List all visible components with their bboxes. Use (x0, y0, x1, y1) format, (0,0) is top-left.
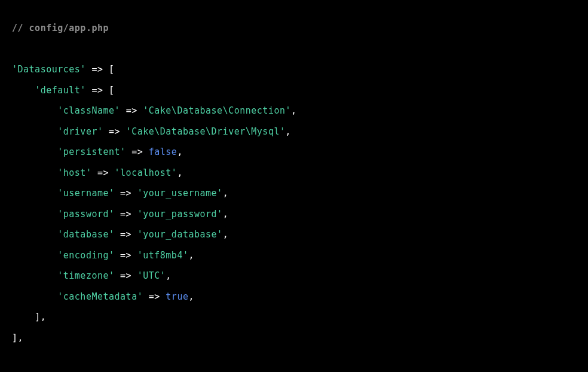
code-arrow: => (149, 291, 160, 302)
code-arrow: => (120, 229, 131, 240)
code-value: 'your_password' (137, 209, 223, 219)
code-comma: , (41, 312, 47, 322)
code-comma: , (166, 270, 172, 281)
code-key: 'cacheMetadata' (57, 291, 143, 302)
code-value: 'your_username' (137, 188, 223, 199)
code-arrow: => (120, 209, 131, 219)
code-key: 'persistent' (57, 147, 125, 157)
code-key: 'database' (57, 229, 114, 240)
code-key: 'encoding' (57, 250, 114, 261)
code-key: 'username' (57, 188, 114, 199)
code-comma: , (177, 147, 183, 157)
code-open-bracket: [ (109, 85, 115, 96)
code-comma: , (177, 167, 183, 178)
code-arrow: => (126, 105, 137, 116)
code-comma: , (286, 126, 292, 137)
code-key: 'className' (57, 105, 120, 116)
code-close-bracket: ] (35, 312, 41, 322)
code-arrow: => (120, 188, 131, 199)
code-comma: , (223, 209, 229, 219)
code-value: 'your_database' (137, 229, 223, 240)
code-comma: , (188, 250, 194, 261)
code-arrow: => (120, 270, 131, 281)
code-boolean: true (166, 291, 188, 302)
code-block: // config/app.php 'Datasources' => [ 'de… (12, 18, 576, 348)
code-value: 'Cake\Database\Connection' (143, 105, 291, 116)
code-comma: , (223, 188, 229, 199)
code-value: 'localhost' (115, 167, 177, 178)
code-value: 'Cake\Database\Driver\Mysql' (126, 126, 286, 137)
code-arrow: => (131, 147, 143, 157)
code-boolean: false (149, 147, 177, 157)
code-arrow: => (91, 85, 103, 96)
code-close-bracket: ] (12, 333, 18, 343)
code-key: 'Datasources' (12, 64, 86, 75)
code-arrow: => (91, 64, 103, 75)
code-arrow: => (120, 250, 131, 261)
code-comma: , (188, 291, 194, 302)
code-open-bracket: [ (109, 64, 115, 75)
code-value: 'UTC' (137, 270, 166, 281)
code-comma: , (18, 333, 24, 343)
code-key: 'timezone' (57, 270, 114, 281)
code-key: 'default' (35, 85, 86, 96)
code-key: 'driver' (57, 126, 103, 137)
code-arrow: => (97, 167, 109, 178)
code-arrow: => (109, 126, 120, 137)
code-key: 'password' (57, 209, 114, 219)
code-key: 'host' (57, 167, 91, 178)
code-value: 'utf8mb4' (137, 250, 189, 261)
code-comment: // config/app.php (12, 23, 109, 33)
code-comma: , (223, 229, 229, 240)
code-comma: , (291, 105, 297, 116)
